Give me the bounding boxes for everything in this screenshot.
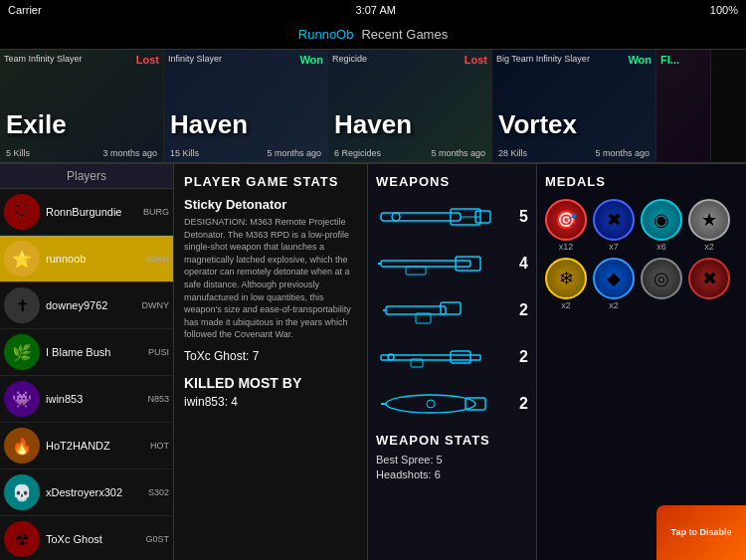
svg-rect-7 xyxy=(406,267,426,275)
medal-item: ✖ xyxy=(688,258,730,310)
medal-count: x12 xyxy=(559,242,574,252)
weapon-name: Sticky Detonator xyxy=(184,197,357,212)
tap-disable-button[interactable]: Tap to Disable xyxy=(656,505,746,560)
card-time-4: 5 months ago xyxy=(595,148,650,158)
player-row[interactable]: 🌿 I Blame Bush PUSI xyxy=(0,329,173,376)
weapon-row-4: 2 xyxy=(376,339,528,374)
medal-icon: ✖ xyxy=(593,199,635,241)
medals-panel: MEDALS 🎯 x12 ✖ x7 ◉ x6 ★ x2 ❄ x2 ◆ x2 ◎ … xyxy=(537,164,746,560)
medal-icon: 🎯 xyxy=(545,199,587,241)
medal-item: 🎯 x12 xyxy=(545,199,587,252)
card-kills-3: 6 Regicides xyxy=(334,148,381,158)
svg-rect-11 xyxy=(441,302,461,314)
card-mode-3: Regicide xyxy=(332,54,367,66)
medal-count: x7 xyxy=(609,242,619,252)
player-avatar: ☢ xyxy=(4,521,40,557)
card-time-3: 5 months ago xyxy=(431,148,485,158)
svg-point-2 xyxy=(392,213,400,221)
player-row[interactable]: 🔥 HoT2HANDZ HOT xyxy=(0,423,173,469)
header-username: RunnoOb xyxy=(298,27,354,42)
game-card-haven1[interactable]: Infinity Slayer Won Haven 15 Kills 5 mon… xyxy=(164,50,328,162)
best-spree: Best Spree: 5 xyxy=(376,454,528,466)
card-map-2: Haven xyxy=(170,109,321,140)
weapon-img-1 xyxy=(376,199,508,234)
card-mode-1: Team Infinity Slayer xyxy=(4,54,83,66)
player-name: xDestroyerx302 xyxy=(46,486,148,498)
player-avatar: 👾 xyxy=(4,381,40,417)
weapon-img-5 xyxy=(376,386,508,421)
players-panel: Players 🛡 RonnBurgundie BURG ⭐ runnoob 4… xyxy=(0,164,174,560)
medal-count: x2 xyxy=(561,300,571,310)
game-card-haven2[interactable]: Regicide Lost Haven 6 Regicides 5 months… xyxy=(328,50,492,162)
player-row[interactable]: ✝ downey9762 DWNY xyxy=(0,282,173,329)
player-score: BURG xyxy=(143,207,169,217)
weapon-row-2: 4 xyxy=(376,246,528,280)
stats-title: PLAYER GAME STATS xyxy=(184,174,357,189)
medals-title: MEDALS xyxy=(545,174,738,189)
header-section: Recent Games xyxy=(361,27,448,42)
medal-item: ◆ x2 xyxy=(593,258,635,310)
carrier-label: Carrier xyxy=(8,4,42,16)
card-map-3: Haven xyxy=(334,109,485,140)
player-avatar: 🔥 xyxy=(4,428,40,464)
weapon-desc: DESIGNATION: M363 Remote Projectile Deto… xyxy=(184,216,357,341)
medal-item: ◉ x6 xyxy=(641,199,682,252)
player-row[interactable]: ⭐ runnoob 4SKN xyxy=(0,236,173,282)
killed-by-title: KILLED MOST BY xyxy=(184,375,357,391)
weapon-count-4: 2 xyxy=(508,348,528,366)
game-card-exile[interactable]: Team Infinity Slayer Lost Exile 5 Kills … xyxy=(0,50,164,162)
battery-label: 100% xyxy=(710,4,738,16)
card-mode-4: Big Team Infinity Slayer xyxy=(496,54,590,66)
medal-item: ★ x2 xyxy=(688,199,730,252)
medals-grid: 🎯 x12 ✖ x7 ◉ x6 ★ x2 ❄ x2 ◆ x2 ◎ ✖ xyxy=(545,199,738,310)
game-card-vortex[interactable]: Big Team Infinity Slayer Won Vortex 28 K… xyxy=(492,50,656,162)
player-row[interactable]: 🛡 RonnBurgundie BURG xyxy=(0,189,173,236)
player-name: ToXc Ghost xyxy=(46,533,145,545)
stats-panel: PLAYER GAME STATS Sticky Detonator DESIG… xyxy=(174,164,368,560)
time-label: 3:07 AM xyxy=(356,4,396,16)
headshots: Headshots: 6 xyxy=(376,468,528,480)
game-card-partial[interactable]: Fl... xyxy=(656,50,711,162)
card-result-4: Won xyxy=(628,54,652,66)
medal-item: ✖ x7 xyxy=(593,199,635,252)
recent-games-strip: Team Infinity Slayer Lost Exile 5 Kills … xyxy=(0,50,746,164)
weapon-stats-title: WEAPON STATS xyxy=(376,433,528,448)
app-header: RunnoOb Recent Games xyxy=(0,20,746,50)
medal-icon: ✖ xyxy=(688,258,730,299)
main-content: Players 🛡 RonnBurgundie BURG ⭐ runnoob 4… xyxy=(0,164,746,560)
player-score: N853 xyxy=(147,394,169,404)
medal-icon: ◉ xyxy=(641,199,682,241)
medal-icon: ★ xyxy=(688,199,730,241)
weapon-img-4 xyxy=(376,339,508,374)
card-time-2: 5 months ago xyxy=(267,148,321,158)
card-result-2: Won xyxy=(299,54,323,66)
svg-rect-5 xyxy=(381,261,470,267)
player-score: S302 xyxy=(148,487,169,497)
player-name: iwin853 xyxy=(46,393,147,405)
weapon-img-3 xyxy=(376,292,508,327)
player-row[interactable]: 👾 iwin853 N853 xyxy=(0,376,173,423)
weapon-row-1: 5 xyxy=(376,199,528,234)
weapon-img-2 xyxy=(376,246,508,280)
svg-rect-13 xyxy=(381,355,480,360)
player-avatar: 🛡 xyxy=(4,194,40,230)
card-map-4: Vortex xyxy=(498,109,650,140)
medal-icon: ◆ xyxy=(593,258,635,299)
player-row[interactable]: 💀 xDestroyerx302 S302 xyxy=(0,469,173,516)
card-time-1: 3 months ago xyxy=(102,148,157,158)
card-kills-4: 28 Kills xyxy=(498,148,527,158)
medal-count: x2 xyxy=(609,300,619,310)
card-result-5: Fl... xyxy=(660,54,679,66)
weapon-count-1: 5 xyxy=(508,208,528,226)
svg-rect-6 xyxy=(456,257,480,271)
weapons-title: WEAPONS xyxy=(376,174,528,189)
player-name: downey9762 xyxy=(46,299,142,311)
toxc-ghost-stat: ToXc Ghost: 7 xyxy=(184,349,357,363)
weapon-row-5: 2 xyxy=(376,386,528,421)
player-avatar: ✝ xyxy=(4,287,40,323)
player-row[interactable]: ☢ ToXc Ghost G0ST xyxy=(0,516,173,560)
weapon-count-2: 4 xyxy=(508,255,528,273)
svg-point-20 xyxy=(427,400,435,408)
player-avatar: ⭐ xyxy=(4,241,40,277)
player-avatar: 💀 xyxy=(4,474,40,510)
